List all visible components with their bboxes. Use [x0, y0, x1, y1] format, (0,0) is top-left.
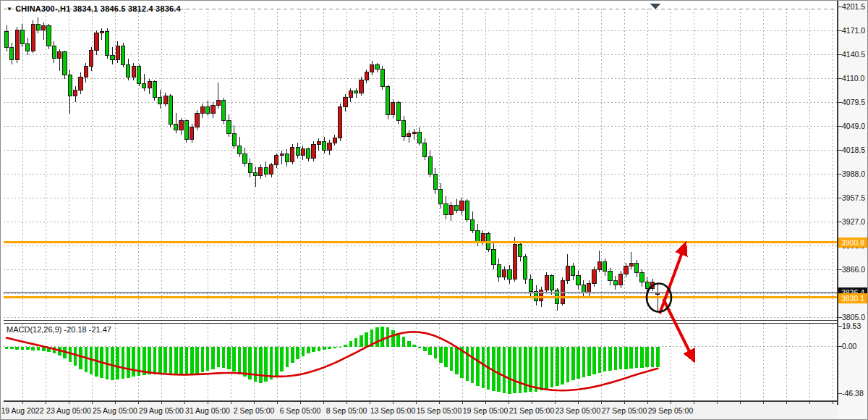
candle-bearish	[153, 82, 156, 98]
candle-bearish	[264, 168, 268, 175]
candle-bearish	[26, 43, 30, 51]
candle-bullish	[592, 269, 596, 283]
candle-bearish	[386, 86, 389, 114]
candle-bullish	[339, 106, 342, 138]
macd-bar	[280, 347, 284, 372]
macd-bar	[307, 347, 310, 354]
macd-bar	[513, 347, 516, 394]
candle-bearish	[36, 24, 40, 30]
candle-bearish	[296, 148, 299, 156]
macd-tick-label: -46.38	[842, 389, 864, 398]
candle-bullish	[148, 82, 151, 88]
price-tick-label: 4110.0	[842, 74, 864, 83]
candle-bullish	[132, 66, 135, 77]
candle-bullish	[280, 154, 284, 155]
candle-bearish	[433, 174, 437, 190]
candle-bullish	[540, 290, 543, 301]
macd-bar	[127, 347, 130, 378]
candle-bullish	[211, 105, 215, 113]
macd-bar	[561, 347, 564, 385]
candle-bullish	[195, 113, 199, 127]
price-tick-label: 4171.0	[842, 26, 865, 35]
candle-bearish	[524, 257, 527, 279]
macd-bar	[592, 347, 596, 374]
candle-bullish	[566, 266, 569, 280]
macd-bar	[598, 347, 602, 373]
macd-bar	[158, 347, 162, 374]
resistance-level-flag[interactable]: 3900.8	[838, 238, 867, 248]
candle-bullish	[42, 25, 46, 30]
date-label: 23 Aug 05:00	[46, 406, 91, 415]
macd-bar	[407, 341, 411, 347]
candle-bearish	[307, 149, 310, 159]
macd-bar	[556, 347, 559, 386]
candle-bearish	[253, 172, 257, 175]
candle-bearish	[323, 141, 326, 151]
date-label: 25 Aug 05:00	[93, 406, 137, 415]
macd-bar	[476, 347, 480, 386]
symbol-dropdown-icon[interactable]: ▼	[7, 6, 12, 12]
macd-bar	[270, 347, 273, 379]
candle-bullish	[359, 80, 363, 93]
macd-bar	[365, 332, 368, 347]
candle-bearish	[121, 46, 124, 64]
candle-bullish	[84, 66, 88, 77]
macd-bar	[439, 347, 443, 364]
macd-bar	[296, 347, 299, 360]
macd-bar	[354, 338, 358, 346]
macd-bar	[79, 347, 82, 369]
macd-bar	[466, 347, 469, 381]
macd-bar	[132, 347, 135, 377]
macd-bar	[635, 347, 639, 369]
candle-bearish	[47, 25, 51, 46]
candle-bearish	[582, 285, 585, 293]
candle-bearish	[285, 154, 289, 161]
candle-bullish	[179, 121, 183, 130]
candle-bullish	[200, 106, 204, 113]
macd-bar	[21, 347, 25, 350]
candle-bearish	[127, 64, 130, 77]
support-level-flag[interactable]: 3830.1	[838, 293, 867, 303]
date-label: 2 Sep 05:00	[234, 406, 275, 415]
chart-canvas[interactable]: 4201.54171.04140.54110.04079.54049.04018…	[1, 1, 868, 420]
price-tick-label: 4201.5	[842, 2, 865, 11]
macd-bar	[497, 347, 501, 392]
candle-bearish	[142, 83, 146, 88]
macd-bar	[428, 347, 432, 355]
macd-bar	[640, 347, 644, 368]
macd-bar	[148, 347, 151, 375]
candle-bullish	[391, 102, 395, 114]
candle-bearish	[576, 276, 580, 285]
macd-bar	[535, 347, 538, 392]
macd-bar	[190, 347, 194, 375]
price-tick-label: 4049.0	[842, 122, 865, 130]
candle-bullish	[624, 266, 628, 274]
candle-bullish	[328, 143, 331, 151]
candle-bullish	[407, 133, 411, 136]
macd-bar	[339, 347, 342, 348]
candle-bullish	[513, 245, 516, 280]
chart-window: 4201.54171.04140.54110.04079.54049.04018…	[0, 0, 868, 420]
macd-bar	[492, 347, 495, 391]
macd-bar	[545, 347, 548, 390]
candle-bullish	[333, 138, 336, 143]
candle-bearish	[428, 157, 432, 175]
macd-bar	[174, 347, 178, 374]
candle-bearish	[248, 163, 252, 172]
date-label: 15 Sep 05:00	[417, 406, 461, 415]
macd-bar	[254, 347, 258, 382]
candle-bullish	[481, 233, 485, 241]
macd-bar	[328, 347, 331, 350]
candle-bearish	[184, 121, 188, 140]
macd-bar	[116, 347, 119, 380]
macd-bar	[333, 347, 337, 348]
macd-bar	[323, 347, 326, 350]
candle-bullish	[116, 46, 119, 59]
macd-bar	[375, 327, 379, 346]
candle-bearish	[417, 132, 421, 143]
macd-bar	[380, 327, 384, 347]
macd-bar	[275, 347, 278, 376]
candle-bullish	[619, 274, 623, 285]
macd-bar	[471, 347, 475, 384]
candle-bullish	[163, 96, 167, 104]
